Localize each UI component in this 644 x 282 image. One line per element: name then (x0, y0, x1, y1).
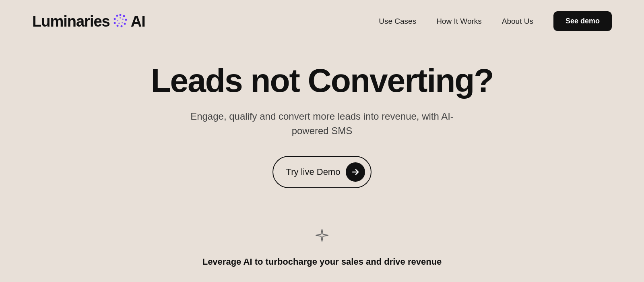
hero-subtitle: Engage, qualify and convert more leads i… (181, 109, 463, 138)
svg-point-5 (116, 25, 118, 27)
sparkle-icon (315, 228, 329, 245)
svg-point-1 (123, 15, 125, 17)
svg-point-10 (122, 19, 124, 20)
svg-point-6 (114, 22, 116, 24)
try-demo-label: Try live Demo (286, 167, 341, 177)
svg-point-11 (122, 22, 123, 23)
hero-title: Leads not Converting? (151, 63, 493, 98)
leverage-text: Leverage AI to turbocharge your sales an… (202, 257, 442, 267)
svg-point-13 (117, 20, 118, 21)
header: Luminaries AI Use C (0, 0, 644, 39)
logo-text-after: AI (131, 14, 145, 29)
arrow-right-icon (346, 162, 365, 182)
main-nav: Use Cases How It Works About Us See demo (379, 11, 612, 31)
svg-point-12 (118, 23, 120, 24)
see-demo-button[interactable]: See demo (553, 11, 612, 31)
svg-point-3 (124, 23, 126, 25)
lower-section: Leverage AI to turbocharge your sales an… (0, 204, 644, 282)
svg-point-8 (116, 15, 118, 17)
hero-section: Leads not Converting? Engage, qualify an… (0, 39, 644, 204)
try-demo-button[interactable]: Try live Demo (272, 156, 372, 188)
nav-how-it-works[interactable]: How It Works (436, 17, 482, 26)
logo-text-before: Luminaries (32, 14, 110, 29)
svg-point-7 (114, 18, 116, 20)
logo-dot-icon (111, 12, 129, 29)
svg-point-2 (125, 19, 127, 21)
svg-point-0 (119, 14, 121, 16)
svg-point-9 (120, 17, 121, 19)
nav-use-cases[interactable]: Use Cases (379, 17, 416, 26)
svg-point-4 (120, 25, 122, 27)
nav-about-us[interactable]: About Us (502, 17, 533, 26)
logo: Luminaries AI (32, 12, 145, 30)
